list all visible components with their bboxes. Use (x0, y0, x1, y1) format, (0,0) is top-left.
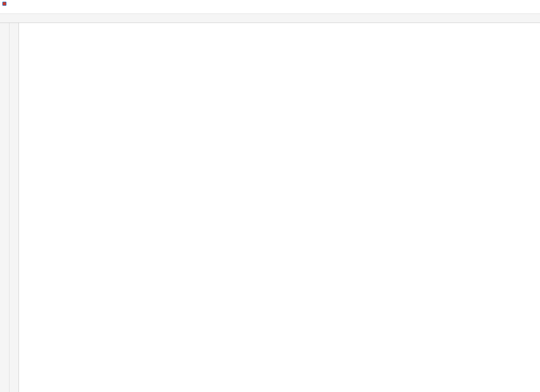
sketchup-app-icon (2, 1, 7, 6)
side-toolbar-col-1 (0, 23, 9, 392)
menubar (0, 7, 540, 13)
menu-view[interactable] (11, 10, 16, 11)
top-toolbar (0, 13, 540, 23)
menu-camera[interactable] (16, 10, 20, 11)
titlebar (0, 0, 540, 7)
menu-draw[interactable] (20, 10, 25, 11)
menu-window[interactable] (30, 10, 34, 11)
viewport[interactable] (19, 23, 540, 392)
model-view (19, 23, 540, 392)
svg-rect-3 (19, 23, 540, 392)
left-toolbars (0, 23, 19, 392)
menu-tools[interactable] (25, 10, 30, 11)
menu-file[interactable] (1, 10, 6, 11)
menu-help[interactable] (39, 10, 44, 11)
menu-ext[interactable] (34, 10, 39, 11)
menu-edit[interactable] (6, 10, 11, 11)
side-toolbar-col-2 (9, 23, 19, 392)
svg-rect-1 (3, 2, 6, 5)
